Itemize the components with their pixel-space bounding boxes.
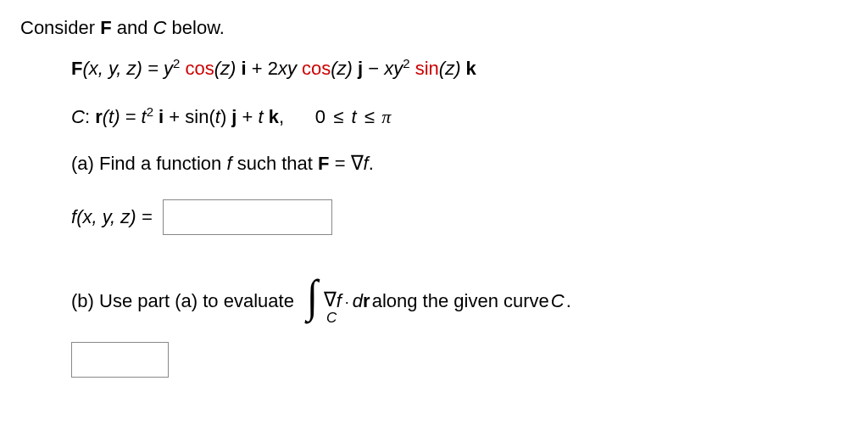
part-a-answer-row: f(x, y, z) = [71, 199, 848, 235]
integrand: ∇f·dr [324, 290, 370, 312]
content-block: F(x, y, z) = y2 cos(z) i + 2xy cos(z) j … [71, 54, 848, 378]
pb-prefix: (b) Use part (a) to evaluate [71, 290, 294, 312]
f-minus: − [363, 58, 384, 79]
int-d: d [353, 290, 363, 311]
c-args: (t) = [103, 106, 142, 127]
int-f: f [337, 290, 342, 311]
pa-mid: such that [237, 153, 318, 174]
f-t1-cos: cos [185, 58, 214, 79]
c-colon: : [85, 106, 95, 127]
f-label: F [71, 58, 82, 79]
part-b-answer-input[interactable] [71, 342, 169, 378]
c-plus1: + sin( [164, 106, 215, 127]
f-args: (x, y, z) = [82, 58, 164, 79]
f-t3-exp: 2 [403, 56, 409, 70]
c-k: k [269, 106, 279, 127]
part-b-text: (b) Use part (a) to evaluate ∫ C ∇f·dr a… [71, 277, 848, 325]
c-pi: π [377, 106, 392, 127]
f-t2-cos: cos [302, 58, 331, 79]
pb-c: C [551, 290, 565, 312]
f-plus1: + 2 [247, 58, 278, 79]
intro-and: and [112, 17, 153, 38]
f-t1-y: y [164, 58, 173, 79]
c-plus2: + [236, 106, 258, 127]
c-t-exp: 2 [147, 104, 153, 119]
pb-suffix: along the given curve [372, 290, 549, 312]
f-t3-sin: sin [415, 58, 439, 79]
pa-period: . [369, 153, 374, 174]
pa-bf: F [318, 153, 329, 174]
c-comma: , [279, 106, 284, 127]
fxyz-args: (x, y, z) = [76, 206, 152, 227]
nabla-icon: ∇ [351, 148, 364, 178]
int-r: r [363, 290, 370, 311]
integral-symbol: ∫ C [306, 277, 319, 325]
c-t2: t [259, 106, 269, 127]
part-a-text: (a) Find a function f such that F = ∇f. [71, 149, 848, 177]
c-label: C [71, 106, 85, 127]
c-r0: 0 [315, 106, 331, 127]
intro-text: Consider F and C below. [20, 17, 848, 39]
dot-icon: · [345, 294, 349, 311]
intro-f-bold: F [100, 17, 111, 38]
fxyz-label: f(x, y, z) = [71, 206, 153, 228]
part-a-answer-input[interactable] [163, 199, 332, 235]
nabla-icon-2: ∇ [324, 288, 337, 312]
intro-c-ital: C [153, 17, 167, 38]
pb-period: . [566, 290, 571, 312]
f-t1-paren: (z) [214, 58, 242, 79]
int-sub: C [326, 310, 337, 327]
pa-prefix: (a) Find a function [71, 153, 226, 174]
f-t3-xy: xy [384, 58, 403, 79]
intro-prefix: Consider [20, 17, 100, 38]
pa-eq: = [330, 153, 351, 174]
f-t1-exp: 2 [173, 56, 180, 70]
pa-f: f [226, 153, 236, 174]
intro-suffix: below. [166, 17, 225, 38]
c-close1: ) [220, 106, 231, 127]
f-definition: F(x, y, z) = y2 cos(z) i + 2xy cos(z) j … [71, 54, 848, 82]
f-t2-paren: (z) [331, 58, 358, 79]
c-le2: ≤ [364, 106, 375, 127]
f-t3-vec: k [466, 58, 476, 79]
c-r: r [95, 106, 103, 127]
f-t2-xy: xy [278, 58, 302, 79]
c-le1: ≤ [333, 106, 343, 127]
integral-icon: ∫ [307, 277, 318, 315]
c-tvar: t [346, 106, 361, 127]
f-t3-paren: (z) [439, 58, 466, 79]
c-definition: C: r(t) = t2 i + sin(t) j + t k, 0 ≤ t ≤… [71, 103, 848, 131]
